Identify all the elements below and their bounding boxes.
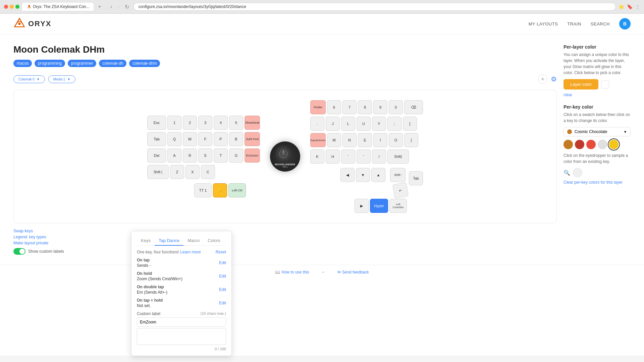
- key-q[interactable]: Q: [167, 132, 181, 146]
- on-hold-edit[interactable]: Edit: [219, 274, 226, 279]
- key-t[interactable]: T: [214, 148, 228, 163]
- color-dropdown[interactable]: Cosmic Chocolate ▼: [564, 127, 631, 136]
- tag-programming[interactable]: programming: [35, 60, 65, 67]
- key-arrow-play[interactable]: ▶: [355, 199, 369, 213]
- key-m[interactable]: M: [327, 133, 341, 147]
- legend-link[interactable]: Legend: key types: [13, 235, 557, 239]
- key-arrow-down[interactable]: ▼: [356, 168, 370, 182]
- key-tt1[interactable]: TT 1: [194, 183, 212, 197]
- key-7[interactable]: 7: [342, 100, 357, 114]
- layer-color-button[interactable]: Layer color: [564, 79, 598, 89]
- key-sublfind[interactable]: Subl Find: [245, 132, 260, 146]
- swatch-red[interactable]: [586, 140, 596, 149]
- on-tap-hold-edit[interactable]: Edit: [219, 301, 226, 305]
- train-link[interactable]: TRAIN: [567, 21, 581, 26]
- key-b[interactable]: B: [229, 132, 243, 146]
- key-a[interactable]: A: [167, 148, 181, 163]
- tag-colemak-dh[interactable]: colemak-dh: [99, 60, 126, 67]
- key-p[interactable]: P: [214, 132, 228, 146]
- key-quote[interactable]: ': [341, 149, 355, 164]
- key-fn[interactable]: 🔑: [213, 183, 227, 197]
- key-arrow-up[interactable]: ▲: [371, 168, 385, 182]
- key-hyper[interactable]: Hyper: [370, 199, 388, 213]
- color-picker-swatch[interactable]: [601, 80, 609, 88]
- address-bar[interactable]: configure.zsa.io/moonlander/layouts/3yGj…: [133, 3, 616, 11]
- key-0[interactable]: 0: [389, 100, 403, 114]
- reset-button[interactable]: Reset: [216, 250, 226, 254]
- clear-color-link[interactable]: clear: [564, 93, 572, 97]
- key-4[interactable]: 4: [214, 116, 228, 130]
- key-z[interactable]: Z: [170, 165, 184, 179]
- config-icon[interactable]: ⚙: [551, 75, 557, 83]
- key-shift-l[interactable]: Shift (: [147, 165, 169, 179]
- learn-more-link[interactable]: Learn more: [180, 250, 201, 254]
- tag-colemak-dhm[interactable]: colemak-dhm: [129, 60, 160, 67]
- key-u[interactable]: U: [357, 117, 371, 131]
- key-c[interactable]: C: [201, 165, 215, 179]
- avatar[interactable]: B: [619, 18, 631, 29]
- minimize-dot[interactable]: [10, 5, 14, 9]
- key-tab[interactable]: Tab: [147, 132, 166, 146]
- key-w[interactable]: W: [183, 132, 197, 146]
- browser-tab[interactable]: Oryx: The ZSA Keyboard Con...: [22, 3, 94, 11]
- key-s[interactable]: S: [198, 148, 212, 163]
- forward-button[interactable]: ›: [116, 3, 121, 10]
- custom-label-input[interactable]: [137, 317, 226, 327]
- swap-keys-link[interactable]: Swap keys: [13, 229, 557, 233]
- key-shift-thumb[interactable]: Shift↑: [390, 168, 406, 182]
- key-enter[interactable]: ↵: [392, 182, 409, 199]
- reload-button[interactable]: ↻: [123, 3, 131, 11]
- layer1-dropdown[interactable]: Media 1 ▼: [48, 75, 75, 83]
- popup-tab-tapdance[interactable]: Tap Dance: [155, 236, 183, 246]
- layer0-dropdown[interactable]: Colemak 0 ▼: [13, 75, 45, 83]
- search-link[interactable]: SEARCH: [591, 21, 610, 26]
- swatch-dark-red[interactable]: [575, 140, 584, 149]
- key-equalszoom[interactable]: EqualsZoom: [310, 133, 326, 147]
- key-dot[interactable]: .: [310, 117, 324, 131]
- key-backspace[interactable]: ⌫: [404, 100, 423, 114]
- key-f[interactable]: F: [198, 132, 212, 146]
- on-tap-edit[interactable]: Edit: [219, 260, 226, 265]
- how-to-use-link[interactable]: 📖 How to use this: [275, 269, 309, 275]
- key-h[interactable]: H: [326, 149, 340, 164]
- key-leftctrl[interactable]: Left Ctrl: [228, 183, 246, 197]
- swatch-yellow[interactable]: [609, 140, 619, 149]
- send-feedback-link[interactable]: ✉ Send feedback: [337, 269, 369, 275]
- key-8[interactable]: 8: [358, 100, 372, 114]
- key-l[interactable]: L: [341, 117, 355, 131]
- key-g[interactable]: G: [229, 148, 243, 163]
- popup-tab-colors[interactable]: Colors: [204, 236, 224, 246]
- tag-programmer[interactable]: programmer: [68, 60, 96, 67]
- new-tab-button[interactable]: +: [96, 3, 103, 10]
- maximize-dot[interactable]: [15, 5, 19, 9]
- key-finder[interactable]: Finder: [310, 100, 326, 114]
- key-slash[interactable]: /: [372, 149, 386, 164]
- show-custom-labels-toggle[interactable]: [13, 248, 25, 255]
- key-x[interactable]: X: [185, 165, 200, 179]
- logo[interactable]: ORYX: [13, 18, 52, 30]
- key-arrow-left[interactable]: ◀: [340, 168, 355, 182]
- custom-label-textarea[interactable]: [137, 328, 226, 345]
- popup-tab-keys[interactable]: Keys: [137, 236, 155, 246]
- make-private-link[interactable]: Make layout private: [13, 241, 557, 245]
- key-y[interactable]: Y: [372, 117, 386, 131]
- key-leftcmdwin[interactable]: LeftCmd/Win: [389, 199, 407, 213]
- key-lbracket[interactable]: [: [403, 117, 417, 131]
- my-layouts-link[interactable]: MY LAYOUTS: [529, 21, 558, 26]
- swatch-orange[interactable]: [564, 140, 573, 149]
- key-3[interactable]: 3: [198, 116, 212, 130]
- popup-tab-macro[interactable]: Macro: [183, 236, 204, 246]
- key-rbracket[interactable]: ]: [404, 133, 418, 147]
- eyedropper-button[interactable]: 🔍: [564, 170, 570, 176]
- key-del[interactable]: Del: [147, 148, 166, 163]
- key-r[interactable]: R: [183, 148, 197, 163]
- key-6[interactable]: 6: [327, 100, 341, 114]
- key-k[interactable]: K: [310, 149, 324, 164]
- on-double-tap-edit[interactable]: Edit: [219, 287, 226, 292]
- key-o[interactable]: O: [389, 133, 403, 147]
- key-quote2[interactable]: ': [357, 149, 371, 164]
- key-i[interactable]: I: [373, 133, 387, 147]
- key-1[interactable]: 1: [167, 116, 181, 130]
- key-shift-r[interactable]: Shift): [387, 149, 409, 164]
- key-j[interactable]: J: [326, 117, 340, 131]
